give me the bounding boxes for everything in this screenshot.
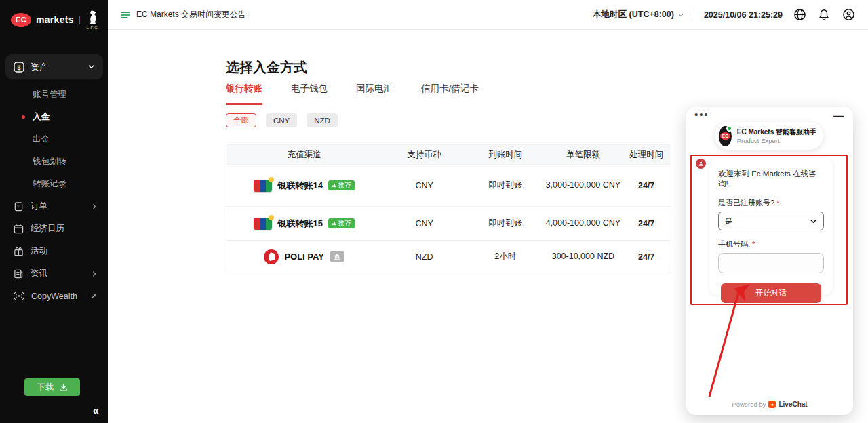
assets-subnav: 账号管理 入金 出金 钱包划转 转账记录 [0,83,108,195]
sidebar-item-withdraw[interactable]: 出金 [0,128,108,150]
sidebar: EC markets | L.F.C. $ 资产 账号管理 入金 出金 [0,0,108,423]
registered-select[interactable]: 是 [718,212,824,230]
sidebar-item-transfer-records[interactable]: 转账记录 [0,173,108,195]
announcement-text: EC Markets 交易时间变更公告 [136,9,246,20]
account-button[interactable] [841,7,856,22]
topbar: EC Markets 交易时间变更公告 本地时区 (UTC+8:00) 2025… [108,0,868,30]
news-icon [14,268,24,279]
start-chat-button[interactable]: 开始对话 [721,283,821,303]
agent-name: EC Markets 智能客服助手 [737,127,816,137]
tab-bank-transfer[interactable]: 银行转账 [226,83,262,105]
announcement-lines-icon [121,11,131,19]
bot-person-icon [698,161,704,167]
thumb-up-icon [332,183,336,188]
sidebar-item-economic-calendar[interactable]: 经济日历 [0,218,108,240]
calendar-icon [14,224,24,234]
livechat-footer[interactable]: Powered by ● LiveChat [686,401,853,408]
unionpay-card-icon [254,180,272,192]
livechat-icon: ● [768,401,776,408]
chevron-down-icon [810,218,817,225]
sidebar-item-wallet-transfer[interactable]: 钱包划转 [0,150,108,173]
table-row[interactable]: 银联转账15 推荐 CNY 即时到账 4,000-100,000 CNY 24/… [226,206,671,240]
livechat-widget: ••• — EC EC Markets 智能客服助手 Product Exper… [686,107,853,415]
chevron-down-icon [87,63,95,70]
filter-nzd[interactable]: NZD [307,113,338,127]
filter-all[interactable]: 全部 [226,113,256,127]
gift-icon [14,246,24,256]
lfc-logo: L.F.C. [85,9,100,30]
tab-ewallet[interactable]: 电子钱包 [291,83,328,105]
signal-icon [14,291,24,301]
sidebar-item-assets[interactable]: $ 资产 [5,54,103,79]
page-title: 选择入金方式 [226,58,307,77]
topbar-divider [694,9,694,20]
deposit-channels-table: 充值渠道 支持币种 到账时间 单笔限额 处理时间 银联转账14 推荐 CNY 即… [226,144,671,273]
active-dot [22,115,25,119]
table-row[interactable]: 银联转账14 推荐 CNY 即时到账 3,000-100,000 CNY 24/… [226,164,671,206]
recommended-badge: 推荐 [328,180,355,190]
required-asterisk: * [752,240,755,248]
channel-name: POLI PAY [284,251,324,262]
channel-name: 银联转账14 [277,180,322,192]
download-button[interactable]: 下载 [24,378,80,396]
announcement-banner[interactable]: EC Markets 交易时间变更公告 [121,9,246,20]
currency-filters: 全部 CNY NZD [226,113,338,127]
recommended-badge: 推荐 [328,218,355,228]
logo-divider: | [79,15,81,24]
svg-text:$: $ [17,64,20,70]
sidebar-item-activities[interactable]: 活动 [0,240,108,262]
bank-icon [334,254,340,260]
table-row[interactable]: POLI PAY NZD 2小时 300-10,000 NZD 24/7 [226,240,671,273]
clipboard-icon [14,201,24,212]
sidebar-item-deposit[interactable]: 入金 [0,106,108,128]
language-button[interactable] [792,7,807,22]
deposit-method-tabs: 银行转账 电子钱包 国际电汇 信用卡/借记卡 [226,83,479,105]
required-asterisk: * [776,199,779,207]
brand-logo: EC markets | L.F.C. [0,0,108,30]
notifications-button[interactable] [816,7,831,22]
bot-avatar [696,159,706,169]
ec-logo: EC [11,13,31,27]
annotation-box: 欢迎来到 Ec Markets 在线咨询! 是否已注册账号?* 是 手机号码:*… [690,155,848,305]
phone-label: 手机号码:* [718,239,824,249]
agent-role: Product Expert [737,137,816,144]
bell-icon [818,8,830,21]
bank-badge [330,251,344,262]
pre-chat-form: 欢迎来到 Ec Markets 在线咨询! 是否已注册账号?* 是 手机号码:*… [709,158,833,295]
dollar-icon: $ [14,62,24,73]
sidebar-item-orders[interactable]: 订单 [0,195,108,218]
liver-bird-icon [85,9,100,26]
phone-input[interactable] [718,253,824,273]
globe-icon [793,8,806,21]
user-icon [842,8,855,21]
sidebar-item-copywealth[interactable]: CopyWealth [0,285,108,307]
topbar-right: 本地时区 (UTC+8:00) 2025/10/06 21:25:29 [593,7,856,22]
chat-minimize-button[interactable]: — [833,110,844,121]
tab-credit-debit-card[interactable]: 信用卡/借记卡 [421,83,479,105]
timezone-selector[interactable]: 本地时区 (UTC+8:00) [593,9,684,20]
tab-international-wire[interactable]: 国际电汇 [356,83,393,105]
sidebar-collapse-button[interactable]: « [93,404,99,418]
brand-name: markets [36,14,74,25]
external-link-icon [90,292,98,300]
table-header: 充值渠道 支持币种 到账时间 单笔限额 处理时间 [226,145,671,164]
chevron-right-icon [91,203,98,210]
chevron-down-icon [677,12,684,18]
sidebar-item-news[interactable]: 资讯 [0,262,108,285]
registered-question-label: 是否已注册账号?* [718,198,824,208]
sidebar-item-label: 资产 [31,61,87,73]
channel-name: 银联转账15 [277,218,322,230]
thumb-up-icon [332,221,336,226]
datetime-display: 2025/10/06 21:25:29 [704,10,783,20]
unionpay-card-icon [254,218,272,230]
agent-avatar: EC [719,126,732,146]
filter-cny[interactable]: CNY [266,113,297,127]
online-status-dot [726,125,732,132]
chat-menu-button[interactable]: ••• [694,108,709,120]
sidebar-item-account-management[interactable]: 账号管理 [0,83,108,106]
welcome-message: 欢迎来到 Ec Markets 在线咨询! [718,169,824,189]
chevron-right-icon [91,270,98,277]
poli-pay-icon [264,249,279,264]
download-icon [59,383,68,392]
agent-header: EC EC Markets 智能客服助手 Product Expert [715,122,823,150]
